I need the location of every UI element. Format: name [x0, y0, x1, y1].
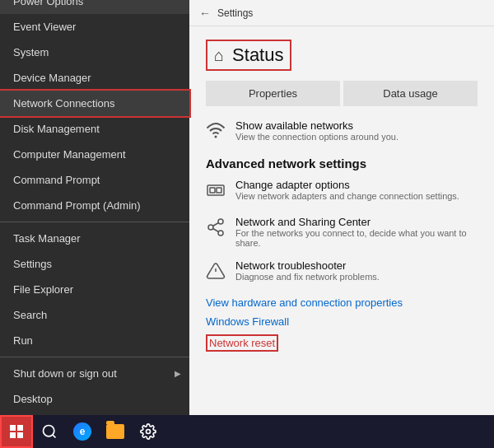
- show-networks-desc: View the connection options around you.: [235, 132, 398, 142]
- home-icon: ⌂: [214, 46, 224, 65]
- menu-item-power-options[interactable]: Power Options: [0, 0, 189, 14]
- page-title: Status: [232, 44, 283, 66]
- svg-rect-3: [217, 188, 221, 193]
- sharing-title: Network and Sharing Center: [235, 216, 478, 228]
- sharing-desc: For the networks you connect to, decide …: [235, 228, 478, 248]
- window-title: Settings: [217, 7, 253, 19]
- svg-line-7: [213, 229, 219, 232]
- sharing-item[interactable]: Network and Sharing Center For the netwo…: [206, 216, 478, 248]
- shut-down-arrow: ▶: [175, 369, 181, 378]
- file-explorer-icon: [106, 424, 124, 439]
- taskbar-search-icon[interactable]: [33, 415, 66, 448]
- svg-point-0: [215, 136, 217, 138]
- taskbar-settings-button[interactable]: [132, 415, 165, 448]
- tab-buttons: Properties Data usage: [206, 81, 478, 106]
- troubleshooter-title: Network troubleshooter: [235, 259, 380, 272]
- settings-window: ← Settings ⌂ Status Properties Data usag…: [189, 0, 494, 415]
- windows-logo-icon: [10, 425, 23, 438]
- tab-data-usage[interactable]: Data usage: [343, 81, 478, 106]
- tab-properties[interactable]: Properties: [206, 81, 340, 106]
- svg-point-5: [208, 225, 213, 230]
- troubleshooter-text: Network troubleshooter Diagnose and fix …: [235, 259, 380, 282]
- menu-item-device-manager[interactable]: Device Manager: [0, 65, 189, 91]
- taskbar-explorer-icon[interactable]: [99, 415, 132, 448]
- network-reset-link[interactable]: Network reset: [206, 334, 278, 352]
- menu-item-file-explorer[interactable]: File Explorer: [0, 277, 189, 302]
- back-button[interactable]: ←: [199, 7, 211, 20]
- firewall-link[interactable]: Windows Firewall: [206, 315, 478, 328]
- menu-item-network-connections[interactable]: Network Connections: [0, 91, 189, 116]
- svg-point-11: [44, 426, 54, 436]
- svg-point-4: [218, 219, 223, 224]
- edge-browser-icon: e: [73, 422, 91, 441]
- menu-item-system[interactable]: System: [0, 40, 189, 65]
- menu-item-computer-management[interactable]: Computer Management: [0, 142, 189, 167]
- menu-item-command-prompt[interactable]: Command Prompt: [0, 167, 189, 193]
- adapter-icon: [206, 180, 226, 204]
- menu-item-search[interactable]: Search: [0, 302, 189, 328]
- menu-item-run[interactable]: Run: [0, 328, 189, 353]
- settings-main: ⌂ Status Properties Data usage: [189, 26, 494, 415]
- menu-item-settings[interactable]: Settings: [0, 251, 189, 277]
- wifi-icon: [206, 121, 226, 145]
- taskbar: e: [0, 415, 494, 448]
- menu-item-desktop[interactable]: Desktop: [0, 386, 189, 412]
- taskbar-edge-icon[interactable]: e: [66, 415, 99, 448]
- status-header: ⌂ Status: [206, 40, 291, 71]
- svg-rect-2: [210, 188, 215, 193]
- troubleshooter-item[interactable]: Network troubleshooter Diagnose and fix …: [206, 259, 478, 285]
- svg-line-12: [53, 435, 56, 438]
- advanced-section-title: Advanced network settings: [206, 156, 478, 170]
- hardware-link[interactable]: View hardware and connection properties: [206, 296, 478, 309]
- adapter-text: Change adapter options View network adap…: [235, 179, 459, 201]
- settings-titlebar: ← Settings: [189, 0, 494, 26]
- settings-nav: ← Settings: [199, 7, 253, 20]
- svg-point-6: [218, 231, 223, 236]
- show-networks-title: Show available networks: [235, 119, 398, 132]
- context-menu: Apps and Features Power Options Event Vi…: [0, 0, 189, 415]
- show-networks-text: Show available networks View the connect…: [235, 119, 398, 142]
- menu-item-task-manager[interactable]: Task Manager: [0, 226, 189, 251]
- separator-1: [0, 222, 189, 222]
- adapter-item[interactable]: Change adapter options View network adap…: [206, 179, 478, 204]
- sharing-icon: [206, 217, 226, 241]
- menu-item-command-prompt-admin[interactable]: Command Prompt (Admin): [0, 193, 189, 218]
- menu-item-event-viewer[interactable]: Event Viewer: [0, 14, 189, 40]
- adapter-desc: View network adapters and change connect…: [235, 191, 459, 201]
- desktop: ← Settings ⌂ Status Properties Data usag…: [0, 0, 494, 448]
- troubleshooter-desc: Diagnose and fix network problems.: [235, 272, 380, 282]
- separator-2: [0, 357, 189, 357]
- start-button[interactable]: [0, 415, 33, 448]
- menu-item-shut-down[interactable]: Shut down or sign out ▶: [0, 361, 189, 386]
- svg-point-13: [147, 430, 151, 434]
- adapter-title: Change adapter options: [235, 179, 459, 191]
- svg-line-8: [213, 223, 219, 226]
- menu-item-disk-management[interactable]: Disk Management: [0, 116, 189, 142]
- troubleshooter-icon: [206, 261, 226, 285]
- show-networks-item[interactable]: Show available networks View the connect…: [206, 119, 478, 145]
- settings-content: ⌂ Status Properties Data usage: [189, 26, 494, 415]
- sharing-text: Network and Sharing Center For the netwo…: [235, 216, 478, 248]
